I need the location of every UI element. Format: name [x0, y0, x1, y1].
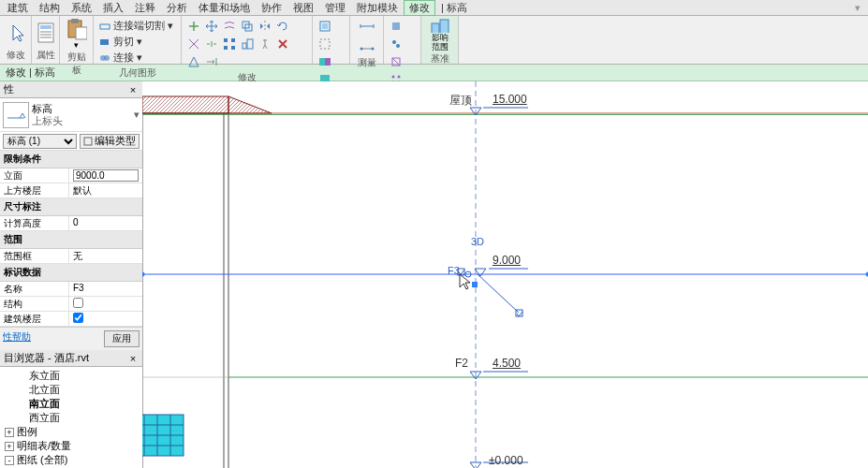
prop-row-computation-height[interactable]: 计算高度 0 [0, 216, 142, 231]
delete-icon[interactable] [274, 36, 291, 52]
instance-filter-select[interactable]: 标高 (1) [3, 134, 77, 149]
cope-dropdown[interactable]: 连接端切割 ▾ [97, 18, 177, 34]
level-f2-value[interactable]: 4.500 [493, 357, 521, 370]
mirror-axis-icon[interactable] [257, 18, 273, 35]
menu-context-levels[interactable]: | 标高 [435, 0, 473, 16]
level-roof-name[interactable]: 屋顶 [449, 93, 472, 109]
svg-point-26 [360, 48, 362, 51]
mirror-pick-icon[interactable] [185, 53, 202, 70]
join-dropdown[interactable]: 连接 ▾ [97, 50, 177, 66]
tree-elevation-north[interactable]: 北立面 [3, 383, 140, 397]
svg-point-27 [371, 48, 374, 51]
prop-row-structural[interactable]: 结构 [0, 297, 142, 312]
level-f2-name[interactable]: F2 [455, 357, 468, 370]
menu-analyze[interactable]: 分析 [161, 0, 193, 16]
svg-rect-40 [142, 96, 228, 113]
split-icon[interactable] [203, 36, 220, 52]
tree-toggle-icon[interactable]: + [5, 428, 14, 437]
svg-rect-23 [319, 58, 325, 66]
ribbon-toolbar: 修改 属性 ▾ 剪贴板 连接端切割 ▾ 剪切 ▾ 连接 ▾ 几何图形 [0, 16, 868, 65]
menu-structure[interactable]: 结构 [34, 0, 66, 16]
propagate-extents-button[interactable]: 影响 范围 [425, 18, 455, 51]
ribbon-group-measure-label: 测量 [354, 55, 379, 69]
scale-icon[interactable] [239, 36, 256, 52]
create-icon-2[interactable] [388, 36, 405, 52]
prop-row-story-above[interactable]: 上方楼层 默认 [0, 183, 142, 198]
prop-cat-identity[interactable]: 标识数据 [0, 264, 142, 282]
menu-massing-site[interactable]: 体量和场地 [193, 0, 256, 16]
pin-icon[interactable] [257, 36, 273, 52]
view-icon-2[interactable] [316, 36, 333, 52]
svg-rect-15 [231, 38, 235, 42]
prop-row-elevation[interactable]: 立面 [0, 168, 142, 183]
svg-point-28 [392, 40, 396, 44]
tree-toggle-icon[interactable]: - [5, 456, 14, 465]
browser-close-icon[interactable]: × [127, 353, 139, 364]
create-icon-3[interactable] [388, 53, 405, 70]
structural-checkbox[interactable] [73, 298, 83, 308]
view-icon-1[interactable] [316, 18, 333, 35]
level-ground-value[interactable]: ±0.000 [489, 454, 523, 467]
svg-line-53 [478, 274, 519, 313]
svg-rect-9 [100, 39, 109, 45]
tree-toggle-icon[interactable]: + [5, 442, 14, 451]
svg-rect-1 [40, 25, 51, 29]
menu-systems[interactable]: 系统 [66, 0, 97, 16]
svg-point-29 [396, 44, 400, 48]
prop-row-name[interactable]: 名称 F3 [0, 282, 142, 297]
level-roof-value[interactable]: 15.000 [493, 93, 527, 106]
ribbon-group-geometry-label: 几何图形 [97, 66, 177, 80]
view-icon-3[interactable] [316, 53, 333, 70]
cut-dropdown[interactable]: 剪切 ▾ [97, 34, 177, 50]
offset-icon[interactable] [221, 18, 238, 35]
tree-elevation-west[interactable]: 西立面 [3, 411, 140, 425]
menu-annotate[interactable]: 注释 [129, 0, 161, 16]
move-icon[interactable] [203, 18, 220, 35]
ribbon-group-clipboard-label: 剪贴板 [64, 50, 89, 77]
measure-icon[interactable] [359, 18, 375, 35]
trim-icon[interactable] [185, 36, 202, 52]
elevation-input[interactable] [73, 169, 139, 182]
apply-button[interactable]: 应用 [104, 330, 140, 347]
properties-close-icon[interactable]: × [127, 84, 139, 95]
properties-button[interactable] [31, 18, 61, 48]
prop-cat-dimensions[interactable]: 尺寸标注 [0, 198, 142, 216]
context-tab-label: 修改 | 标高 [6, 66, 55, 80]
drawing-canvas[interactable]: 3D [142, 81, 868, 468]
tree-schedules[interactable]: +明细表/数量 [3, 439, 140, 453]
menu-view[interactable]: 视图 [287, 0, 319, 16]
prop-row-scope-box[interactable]: 范围框 无 [0, 249, 142, 264]
tree-elevation-east[interactable]: 东立面 [3, 369, 140, 383]
project-browser-tree[interactable]: 东立面 北立面 南立面 西立面 +图例 +明细表/数量 -图纸 (全部) +00… [0, 367, 142, 468]
modify-arrow-button[interactable] [4, 18, 34, 48]
level-f3-value[interactable]: 9.000 [493, 254, 521, 267]
building-story-checkbox[interactable] [73, 313, 83, 323]
dimension-icon[interactable] [359, 38, 375, 55]
menu-architecture[interactable]: 建筑 [2, 0, 34, 16]
menu-manage[interactable]: 管理 [319, 0, 351, 16]
paste-button[interactable]: ▾ [62, 18, 92, 50]
ribbon-group-properties-label: 属性 [37, 48, 55, 62]
create-icon-1[interactable] [388, 18, 405, 35]
level-type-icon[interactable] [3, 102, 29, 128]
rotate-icon[interactable] [274, 18, 291, 35]
menu-collapse-icon[interactable]: ▾ [855, 2, 861, 14]
tree-legends[interactable]: +图例 [3, 425, 140, 439]
menu-collaborate[interactable]: 协作 [256, 0, 287, 16]
menu-insert[interactable]: 插入 [97, 0, 129, 16]
project-browser-panel: 目浏览器 - 酒店.rvt × 东立面 北立面 南立面 西立面 +图例 +明细表… [0, 350, 142, 468]
properties-help-link[interactable]: 性帮助 [3, 330, 31, 347]
tree-sheets[interactable]: -图纸 (全部) [3, 453, 140, 467]
extend-icon[interactable] [203, 53, 220, 70]
type-selector[interactable]: 标高 上标头 [32, 103, 131, 127]
prop-row-building-story[interactable]: 建筑楼层 [0, 312, 142, 327]
menu-modify[interactable]: 修改 [404, 0, 435, 16]
prop-cat-extents[interactable]: 范围 [0, 231, 142, 249]
tree-elevation-south[interactable]: 南立面 [3, 397, 140, 411]
menu-addins[interactable]: 附加模块 [351, 0, 404, 16]
align-icon[interactable] [185, 18, 202, 35]
copy-icon[interactable] [239, 18, 256, 35]
prop-cat-constraints[interactable]: 限制条件 [0, 151, 142, 168]
edit-type-button[interactable]: 编辑类型 [80, 134, 140, 149]
array-icon[interactable] [221, 36, 238, 52]
